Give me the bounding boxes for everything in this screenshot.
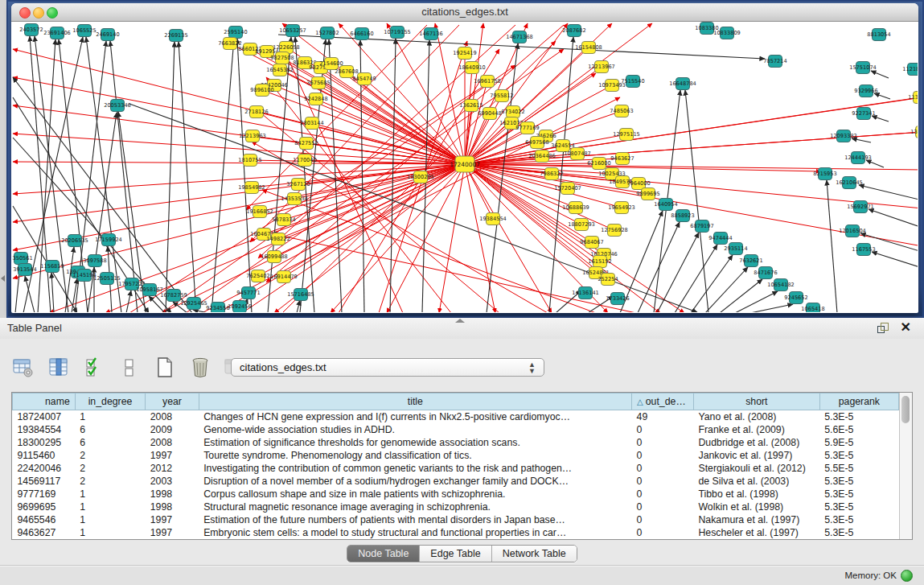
network-node[interactable]: 6990448 xyxy=(478,108,501,120)
network-node[interactable]: 18807293 xyxy=(568,219,595,231)
network-node[interactable]: 2269135 xyxy=(164,30,187,42)
network-node[interactable]: 1925419 xyxy=(453,47,476,60)
network-node[interactable]: 3267120 xyxy=(286,179,310,191)
table-vertical-scrollbar[interactable] xyxy=(899,393,912,539)
network-node[interactable]: 15692971 xyxy=(847,201,874,213)
network-node[interactable]: 16154808 xyxy=(575,42,602,54)
network-node[interactable]: 12093382 xyxy=(830,130,857,142)
network-node[interactable]: 10719155 xyxy=(384,27,411,39)
network-node[interactable]: 2595140 xyxy=(224,27,247,39)
table-row[interactable]: 946362711997Embryonic stem cells: a mode… xyxy=(13,526,899,539)
table-row[interactable]: 2242004622012Investigating the contribut… xyxy=(13,462,899,475)
memory-ok-indicator[interactable] xyxy=(901,570,913,582)
network-node[interactable]: 16648784 xyxy=(669,78,696,90)
network-window-titlebar[interactable]: citations_edges.txt xyxy=(11,3,918,22)
network-node[interactable]: 19384554 xyxy=(479,213,507,225)
network-node[interactable]: 7485063 xyxy=(610,105,633,117)
network-node[interactable]: 252254 xyxy=(598,274,618,286)
network-node[interactable]: 1810755 xyxy=(238,154,261,167)
network-node[interactable]: 1322043 xyxy=(910,126,918,138)
network-node[interactable]: 23691406 xyxy=(43,27,71,39)
column-select-icon[interactable] xyxy=(47,356,71,380)
col-header-short[interactable]: short xyxy=(693,393,819,410)
col-header-out-degree[interactable]: △out_de… xyxy=(632,393,694,410)
network-node[interactable]: 10654182 xyxy=(767,279,795,291)
table-row[interactable]: 977716911998Corpus callosum shape and si… xyxy=(13,488,899,501)
network-node[interactable]: 1640954 xyxy=(654,199,677,211)
scrollbar-thumb[interactable] xyxy=(901,396,910,423)
col-header-pagerank[interactable]: pagerank xyxy=(819,393,898,410)
network-node[interactable]: 8215953 xyxy=(813,168,836,180)
network-node[interactable]: 1065418 xyxy=(801,303,824,313)
network-node[interactable]: 1121859 xyxy=(902,64,918,76)
network-node[interactable]: 19654923 xyxy=(608,202,635,214)
network-node[interactable]: 12925465 xyxy=(180,298,207,310)
table-row[interactable]: 969969511998Structural magnetic resonanc… xyxy=(13,501,899,513)
network-node[interactable]: 8813054 xyxy=(867,29,890,41)
network-node[interactable]: 9242848 xyxy=(304,93,327,105)
col-header-in-degree[interactable]: in_degree xyxy=(75,393,146,410)
col-header-title[interactable]: title xyxy=(199,393,631,410)
network-node[interactable]: 9245652 xyxy=(784,292,807,304)
network-node[interactable]: 2469140 xyxy=(96,29,119,41)
network-node[interactable]: 19166852 xyxy=(246,206,273,218)
table-row[interactable]: 1872400712008Changes of HCN gene express… xyxy=(13,410,899,424)
network-node[interactable]: 19854982 xyxy=(238,182,265,194)
close-panel-icon[interactable]: ✕ xyxy=(901,320,911,335)
network-node[interactable]: 1170040 xyxy=(293,154,316,167)
float-panel-icon[interactable] xyxy=(877,323,889,333)
col-header-name[interactable]: name xyxy=(13,393,76,410)
network-node[interactable]: 1167553 xyxy=(852,244,875,256)
select-all-icon[interactable] xyxy=(82,356,106,380)
network-node[interactable]: 14136141 xyxy=(572,287,599,299)
network-node[interactable]: 12213963 xyxy=(239,130,266,142)
network-node[interactable]: 6879197 xyxy=(690,220,713,233)
network-node[interactable]: 9474444 xyxy=(708,233,732,245)
network-node[interactable]: 9463627 xyxy=(610,153,634,165)
network-node[interactable]: 9329966 xyxy=(854,85,877,97)
left-splitter-handle[interactable] xyxy=(1,275,5,282)
network-node[interactable]: 6734022 xyxy=(501,106,524,118)
network-canvas-svg[interactable]: 2403572236914061065525246914022691352595… xyxy=(12,22,918,312)
col-header-year[interactable]: year xyxy=(146,393,199,410)
deselect-all-icon[interactable] xyxy=(117,356,142,380)
tab-node-table[interactable]: Node Table xyxy=(347,546,420,562)
network-node[interactable]: 9457771 xyxy=(236,287,260,299)
table-row[interactable]: 1456911722003Disruption of a novel membe… xyxy=(13,475,899,488)
table-header-row[interactable]: name in_degree year title △out_de… short… xyxy=(13,393,899,410)
network-node[interactable]: 16961758 xyxy=(474,76,501,88)
network-node[interactable]: 16210645 xyxy=(836,177,863,189)
network-node[interactable]: 3097588 xyxy=(83,255,106,267)
network-node[interactable]: 9684067 xyxy=(580,237,603,249)
network-node[interactable]: 1733426 xyxy=(606,293,629,305)
network-node[interactable]: 8350561 xyxy=(12,253,33,265)
network-node[interactable]: 20053346 xyxy=(104,100,131,112)
tab-network-table[interactable]: Network Table xyxy=(492,546,577,562)
network-node[interactable]: 12975115 xyxy=(613,129,640,141)
network-node[interactable]: 8471676 xyxy=(754,267,777,279)
network-canvas[interactable]: 2403572236914061065525246914022691352595… xyxy=(12,22,918,312)
network-node[interactable]: 9234556 xyxy=(206,303,229,313)
network-node[interactable]: 16914479 xyxy=(270,271,298,283)
network-node[interactable]: 7857214 xyxy=(763,56,786,68)
tab-edge-table[interactable]: Edge Table xyxy=(420,546,491,562)
panel-splitter-handle[interactable] xyxy=(455,319,465,323)
table-mode-icon[interactable] xyxy=(11,356,35,380)
network-node[interactable]: 14671368 xyxy=(506,31,533,43)
table-row[interactable]: 911546021997Tourette syndrome. Phenomeno… xyxy=(13,449,899,462)
network-node[interactable]: 15716485 xyxy=(287,289,314,301)
network-window[interactable]: citations_edges.txt 24035722369140610655… xyxy=(11,3,918,313)
new-file-icon[interactable] xyxy=(153,356,177,380)
network-node[interactable]: 2935114 xyxy=(724,243,747,255)
network-node[interactable]: 8858923 xyxy=(671,210,694,222)
table-row[interactable]: 946554611997Estimation of the future num… xyxy=(13,513,899,526)
network-node[interactable]: 12444193 xyxy=(844,152,872,164)
network-node[interactable]: 12213967 xyxy=(588,61,615,73)
network-node[interactable]: 1132206 xyxy=(908,92,918,104)
table-body[interactable]: 1872400712008Changes of HCN gene express… xyxy=(13,410,899,540)
network-node[interactable]: 9227341 xyxy=(852,108,875,120)
delete-icon[interactable] xyxy=(188,356,212,380)
network-node[interactable]: 7632621 xyxy=(739,255,762,267)
network-node[interactable]: 10688639 xyxy=(562,202,589,214)
network-node[interactable]: 18640910 xyxy=(458,62,486,74)
